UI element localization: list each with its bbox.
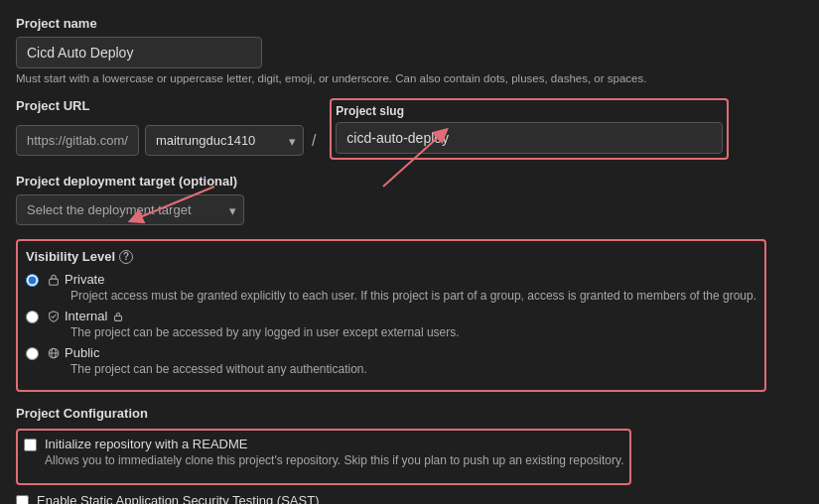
- url-namespace-dropdown[interactable]: maitrungduc1410: [145, 125, 304, 156]
- project-url-label: Project URL: [16, 98, 318, 113]
- visibility-public-radio[interactable]: [26, 347, 39, 360]
- visibility-internal-label[interactable]: Internal: [47, 309, 460, 323]
- sast-option: Enable Static Application Security Testi…: [16, 493, 803, 504]
- shield-icon: [47, 310, 61, 323]
- visibility-public-label[interactable]: Public: [47, 345, 367, 360]
- url-static-prefix: https://gitlab.com/: [16, 125, 139, 156]
- visibility-help-icon[interactable]: ?: [119, 250, 133, 264]
- visibility-private-desc: Project access must be granted explicitl…: [70, 289, 756, 303]
- init-repo-option: Initialize repository with a README Allo…: [24, 437, 623, 467]
- url-slash: /: [310, 132, 318, 150]
- svg-rect-1: [115, 315, 122, 320]
- lock-icon: [47, 273, 61, 287]
- sast-label[interactable]: Enable Static Application Security Testi…: [37, 493, 319, 504]
- project-slug-input[interactable]: [336, 122, 723, 154]
- deployment-target-dropdown[interactable]: Select the deployment target: [16, 194, 244, 225]
- visibility-public-desc: The project can be accessed without any …: [70, 362, 367, 376]
- visibility-internal-option: Internal The project can be accessed by …: [26, 309, 756, 339]
- visibility-internal-desc: The project can be accessed by any logge…: [70, 325, 460, 339]
- sast-checkbox[interactable]: [16, 495, 29, 504]
- project-slug-label: Project slug: [336, 104, 723, 118]
- visibility-internal-radio[interactable]: [26, 311, 39, 323]
- init-repo-label[interactable]: Initialize repository with a README: [45, 437, 247, 451]
- internal-lock-icon: [111, 310, 125, 323]
- visibility-public-option: Public The project can be accessed witho…: [26, 345, 756, 376]
- visibility-level-title: Visibility Level ?: [26, 249, 756, 264]
- init-repo-desc: Allows you to immediately clone this pro…: [45, 453, 623, 467]
- globe-icon: [47, 346, 61, 360]
- project-name-input[interactable]: [16, 37, 262, 68]
- project-config-title: Project Configuration: [16, 406, 803, 421]
- deployment-target-label: Project deployment target (optional): [16, 174, 803, 189]
- visibility-private-radio[interactable]: [26, 274, 39, 287]
- visibility-private-label[interactable]: Private: [47, 272, 756, 287]
- project-name-hint: Must start with a lowercase or uppercase…: [16, 72, 803, 84]
- svg-rect-0: [50, 279, 59, 285]
- project-name-label: Project name: [16, 16, 803, 31]
- visibility-private-option: Private Project access must be granted e…: [26, 272, 756, 303]
- init-repo-checkbox[interactable]: [24, 439, 37, 451]
